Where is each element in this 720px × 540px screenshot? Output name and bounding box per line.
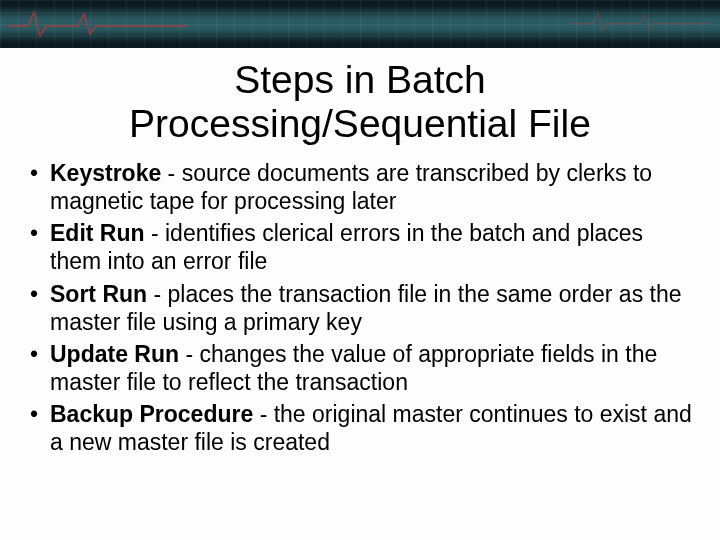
ecg-icon [570, 4, 710, 40]
list-item: Backup Procedure - the original master c… [28, 400, 692, 456]
term: Update Run [50, 341, 179, 367]
bullet-list: Keystroke - source documents are transcr… [28, 159, 692, 455]
slide-title: Steps in Batch Processing/Sequential Fil… [40, 58, 680, 145]
list-item: Keystroke - source documents are transcr… [28, 159, 692, 215]
list-item: Sort Run - places the transaction file i… [28, 280, 692, 336]
list-item: Edit Run - identifies clerical errors in… [28, 219, 692, 275]
term: Keystroke [50, 160, 161, 186]
term: Sort Run [50, 281, 147, 307]
header-banner [0, 0, 720, 48]
term: Backup Procedure [50, 401, 253, 427]
list-item: Update Run - changes the value of approp… [28, 340, 692, 396]
ecg-icon [8, 6, 188, 42]
slide: Steps in Batch Processing/Sequential Fil… [0, 0, 720, 540]
term: Edit Run [50, 220, 145, 246]
